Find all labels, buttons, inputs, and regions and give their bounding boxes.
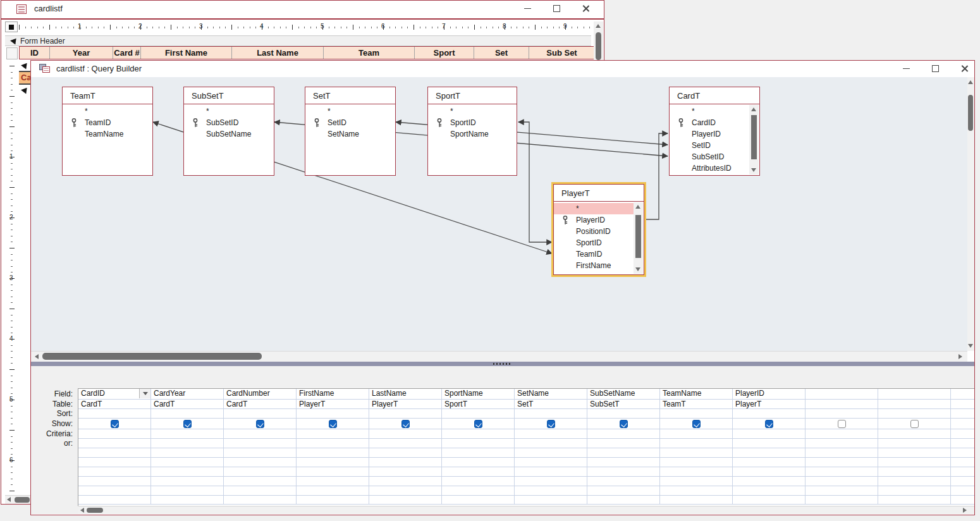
table-box-teamt[interactable]: TeamT*TeamIDTeamName	[62, 87, 153, 176]
grid-sort-cell[interactable]	[151, 409, 224, 419]
grid-show-cell[interactable]	[151, 419, 224, 429]
grid-field-cell[interactable]: SubSetName	[587, 389, 660, 400]
show-checkbox-checked[interactable]	[765, 420, 773, 428]
grid-show-cell[interactable]	[878, 419, 951, 429]
grid-sort-cell[interactable]	[297, 409, 369, 419]
grid-empty-cell[interactable]	[78, 496, 151, 505]
grid-sort-cell[interactable]	[587, 409, 660, 419]
scroll-up-icon[interactable]	[751, 107, 756, 111]
grid-empty-cell[interactable]	[587, 448, 660, 458]
table-box-subsett[interactable]: SubSetT*SubSetIDSubSetName	[183, 87, 274, 176]
table-title[interactable]: CardT	[670, 87, 759, 104]
form-header-col-id[interactable]: ID	[20, 47, 50, 59]
grid-empty-cell[interactable]	[805, 477, 878, 486]
scroll-up-icon[interactable]	[635, 205, 640, 209]
grid-field-cell[interactable]: CardID	[78, 389, 151, 400]
show-checkbox-checked[interactable]	[183, 420, 192, 428]
grid-empty-cell[interactable]	[151, 467, 224, 477]
grid-or-cell[interactable]	[442, 439, 515, 448]
grid-empty-cell[interactable]	[587, 486, 660, 496]
grid-or-cell[interactable]	[515, 439, 587, 448]
grid-criteria-cell[interactable]	[151, 429, 224, 439]
grid-empty-cell[interactable]	[660, 477, 733, 486]
grid-show-cell[interactable]	[733, 419, 805, 429]
show-checkbox-checked[interactable]	[329, 420, 337, 428]
grid-table-cell[interactable]: CardT	[78, 400, 151, 409]
grid-or-cell[interactable]	[878, 439, 951, 448]
grid-table-cell[interactable]	[878, 400, 951, 409]
grid-table-cell[interactable]: PlayerT	[733, 400, 805, 409]
table-field-subsetid[interactable]: SubSetID	[184, 117, 274, 128]
minimize-button[interactable]	[517, 2, 537, 15]
grid-show-cell[interactable]	[587, 419, 660, 429]
table-field-firstname[interactable]: FirstName	[554, 260, 634, 271]
show-checkbox-checked[interactable]	[620, 420, 628, 428]
grid-table-cell[interactable]: CardT	[224, 400, 297, 409]
grid-empty-cell[interactable]	[151, 486, 224, 496]
grid-or-cell[interactable]	[297, 439, 369, 448]
table-field-playerid[interactable]: PlayerID	[554, 214, 634, 226]
scroll-right-icon[interactable]	[963, 508, 967, 513]
grid-empty-cell[interactable]	[369, 448, 442, 458]
table-field-setid[interactable]: SetID	[305, 117, 395, 128]
grid-empty-cell[interactable]	[733, 496, 805, 505]
table-field-teamname[interactable]: TeamName	[63, 128, 152, 140]
grid-table-cell[interactable]: CardT	[151, 400, 224, 409]
grid-horizontal-scrollbar[interactable]	[78, 506, 974, 514]
grid-table-cell[interactable]: SportT	[442, 400, 515, 409]
grid-empty-cell[interactable]	[587, 477, 660, 486]
table-field-star[interactable]: *	[305, 106, 395, 117]
grid-table-cell[interactable]: SubSetT	[587, 400, 660, 409]
grid-empty-cell[interactable]	[805, 458, 878, 467]
grid-table-cell[interactable]	[805, 400, 878, 409]
table-scrollbar[interactable]	[634, 202, 643, 274]
grid-empty-cell[interactable]	[660, 448, 733, 458]
section-selector-box[interactable]	[6, 47, 18, 59]
scroll-down-icon[interactable]	[968, 344, 973, 348]
table-field-cardid[interactable]: CardID	[670, 117, 749, 128]
grid-field-cell[interactable]	[805, 389, 878, 400]
grid-or-cell[interactable]	[660, 439, 733, 448]
grid-field-cell[interactable]: CardNumber	[224, 389, 297, 400]
scrollbar-thumb[interactable]	[596, 32, 601, 60]
grid-empty-cell[interactable]	[369, 458, 442, 467]
show-checkbox-checked[interactable]	[474, 420, 482, 428]
grid-empty-cell[interactable]	[733, 458, 805, 467]
grid-show-cell[interactable]	[660, 419, 733, 429]
table-title[interactable]: PlayerT	[554, 185, 644, 202]
grid-empty-cell[interactable]	[733, 477, 805, 486]
grid-or-cell[interactable]	[369, 439, 442, 448]
grid-criteria-cell[interactable]	[224, 429, 297, 439]
scroll-left-icon[interactable]	[80, 508, 84, 513]
form-header-section-bar[interactable]: Form Header	[5, 35, 591, 46]
grid-empty-cell[interactable]	[660, 496, 733, 505]
table-field-star[interactable]: *	[554, 203, 634, 214]
grid-empty-cell[interactable]	[442, 458, 515, 467]
grid-empty-cell[interactable]	[515, 467, 587, 477]
scroll-left-icon[interactable]	[7, 497, 11, 502]
grid-show-cell[interactable]	[515, 419, 587, 429]
grid-table-cell[interactable]: TeamT	[660, 400, 733, 409]
table-field-star[interactable]: *	[670, 106, 749, 117]
grid-field-cell[interactable]: SetName	[515, 389, 587, 400]
scrollbar-thumb[interactable]	[15, 497, 30, 503]
form-header-col-year[interactable]: Year	[50, 47, 113, 59]
scrollbar-thumb[interactable]	[635, 215, 641, 258]
form-header-col-card[interactable]: Card #	[113, 47, 141, 59]
scrollbar-thumb[interactable]	[87, 508, 103, 513]
form-header-col-set[interactable]: Set	[474, 47, 529, 59]
form-header-col-lastname[interactable]: Last Name	[232, 47, 324, 59]
grid-or-cell[interactable]	[733, 439, 805, 448]
grid-field-cell[interactable]: CardYear	[151, 389, 224, 400]
diagram-vertical-scrollbar[interactable]	[967, 77, 974, 351]
grid-empty-cell[interactable]	[369, 467, 442, 477]
grid-empty-cell[interactable]	[78, 467, 151, 477]
table-field-positionid[interactable]: PositionID	[554, 226, 634, 237]
section-collapse-icon[interactable]	[20, 87, 27, 94]
grid-empty-cell[interactable]	[878, 496, 951, 505]
grid-or-cell[interactable]	[587, 439, 660, 448]
table-field-subsetname[interactable]: SubSetName	[184, 128, 274, 140]
grid-empty-cell[interactable]	[660, 458, 733, 467]
grid-sort-cell[interactable]	[951, 409, 974, 419]
grid-show-cell[interactable]	[442, 419, 515, 429]
